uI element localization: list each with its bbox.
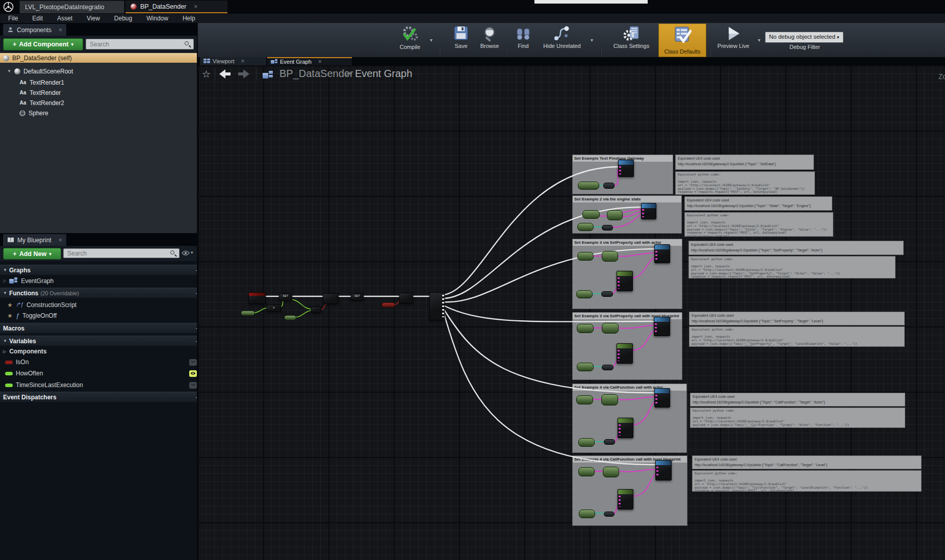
section-functions[interactable]: ▼ Functions (20 Overridable) +: [0, 288, 203, 298]
note-comment[interactable]: Equivalent UE4 code used http://localhos…: [675, 155, 814, 170]
code-comment[interactable]: Equivalent python code: import json, req…: [692, 470, 922, 492]
compile-options-caret[interactable]: ▾: [430, 37, 432, 43]
convert-node[interactable]: [602, 365, 614, 370]
add-new-button[interactable]: + Add New ▾: [3, 248, 61, 260]
hide-unrelated-button[interactable]: Hide Unrelated: [539, 26, 585, 49]
make-struct-node[interactable]: [618, 418, 633, 438]
menu-file[interactable]: File: [1, 14, 25, 23]
convert-node[interactable]: [602, 225, 613, 231]
component-row[interactable]: Aa TextRender1: [19, 78, 64, 87]
breadcrumb-root[interactable]: BP_DataSender: [279, 68, 353, 80]
variable-get-node[interactable]: [577, 324, 594, 333]
preview-live-button[interactable]: Preview Live: [714, 26, 753, 49]
convert-node[interactable]: [603, 183, 615, 189]
section-graphs[interactable]: ▼ Graphs +: [0, 265, 203, 275]
browse-button[interactable]: Browse: [475, 26, 504, 49]
menu-asset[interactable]: Asset: [50, 14, 80, 23]
convert-node[interactable]: [601, 291, 613, 297]
class-settings-button[interactable]: Class Settings: [610, 26, 653, 49]
variable-get-node[interactable]: [576, 290, 593, 298]
menu-edit[interactable]: Edit: [25, 14, 50, 23]
tab-viewport[interactable]: Viewport ×: [200, 57, 266, 65]
forward-arrow-icon[interactable]: [238, 69, 249, 79]
variable-get-node[interactable]: [607, 210, 623, 220]
chevron-down-icon[interactable]: ▾: [191, 250, 193, 255]
debug-object-dropdown[interactable]: No debug object selected ▾: [765, 32, 844, 43]
code-comment[interactable]: Equivalent python code: import json, req…: [684, 212, 833, 237]
back-arrow-icon[interactable]: [219, 69, 231, 79]
variable-get-node[interactable]: [582, 210, 600, 219]
expand-arrow-icon[interactable]: ▼: [7, 69, 11, 73]
branch-node[interactable]: [399, 293, 413, 303]
make-struct-node[interactable]: [617, 343, 633, 364]
preview-live-caret[interactable]: ▾: [758, 37, 760, 43]
tab-components[interactable]: Components ×: [3, 24, 66, 36]
menu-debug[interactable]: Debug: [107, 14, 139, 23]
note-comment[interactable]: Equivalent UE4 code used http://localhos…: [689, 312, 905, 325]
code-comment[interactable]: Equivalent python code: import json, req…: [690, 408, 905, 428]
sequence-node[interactable]: [429, 292, 445, 320]
bool-get-node[interactable]: [381, 302, 395, 308]
favorite-star-icon[interactable]: ★: [7, 301, 13, 309]
function-call-node[interactable]: [655, 460, 672, 480]
make-struct-node[interactable]: [618, 489, 633, 510]
row-variable-howoften[interactable]: HowOften: [2, 368, 200, 378]
row-eventgraph[interactable]: ▷ EventGraph: [0, 276, 200, 286]
code-comment[interactable]: Equivalent python code: import json, req…: [675, 171, 815, 195]
myblueprint-search-input[interactable]: [66, 249, 170, 258]
collapse-arrow-icon[interactable]: ▷: [3, 278, 6, 283]
close-icon[interactable]: ×: [194, 3, 197, 10]
variable-get-node[interactable]: [577, 223, 594, 231]
add-component-button[interactable]: + Add Component ▾: [3, 38, 83, 50]
menu-window[interactable]: Window: [139, 14, 175, 23]
row-components-group[interactable]: ▷ Components: [0, 347, 200, 356]
component-row[interactable]: Aa TextRender: [19, 88, 61, 97]
variable-get-node[interactable]: [577, 252, 594, 261]
branch-node[interactable]: [323, 293, 339, 304]
variable-get-node[interactable]: [579, 510, 595, 518]
section-event-dispatchers[interactable]: Event Dispatchers +: [0, 392, 203, 402]
menu-view[interactable]: View: [80, 14, 107, 23]
set-variable-node[interactable]: SET: [351, 293, 364, 300]
float-get-node[interactable]: [241, 311, 255, 316]
function-call-node[interactable]: [654, 388, 670, 408]
float-get-node[interactable]: [284, 315, 296, 320]
eye-open-icon[interactable]: [189, 370, 197, 377]
note-comment[interactable]: Equivalent UE4 code used http://localhos…: [684, 196, 832, 211]
component-row[interactable]: Sphere: [19, 109, 48, 117]
note-comment[interactable]: Equivalent UE4 code used http://localhos…: [690, 393, 905, 406]
make-struct-node[interactable]: [617, 271, 633, 291]
function-call-node[interactable]: [641, 203, 656, 219]
variable-get-node[interactable]: [576, 395, 593, 404]
variable-get-node[interactable]: [601, 394, 618, 405]
set-text-node[interactable]: [618, 160, 634, 177]
compile-button[interactable]: Compile: [392, 26, 428, 50]
component-row[interactable]: Aa TextRender2: [19, 98, 64, 107]
variable-get-node[interactable]: [578, 438, 595, 447]
component-row-self[interactable]: BP_DataSender (self): [0, 53, 203, 63]
row-variable-timesince[interactable]: TimeSinceLastExecution: [2, 380, 200, 390]
variable-get-node[interactable]: [578, 467, 595, 476]
save-button[interactable]: Save: [448, 26, 474, 49]
code-comment[interactable]: Equivalent python code: import json, req…: [688, 256, 896, 278]
event-tick-node[interactable]: [248, 292, 266, 304]
eye-closed-icon[interactable]: [189, 382, 197, 389]
function-call-node[interactable]: [654, 244, 670, 263]
components-search-input[interactable]: [89, 40, 185, 48]
favorite-star-icon[interactable]: ★: [7, 312, 13, 319]
variable-get-node[interactable]: [603, 467, 619, 477]
variable-get-node[interactable]: [577, 363, 594, 371]
add-node[interactable]: +: [267, 304, 281, 312]
menu-help[interactable]: Help: [175, 14, 202, 23]
asset-tab-bp-datasender[interactable]: BP_DataSender ×: [125, 1, 227, 13]
convert-node[interactable]: [604, 512, 615, 517]
section-variables[interactable]: ▼ Variables +: [0, 336, 203, 346]
close-icon[interactable]: ×: [318, 58, 322, 65]
row-toggleonoff[interactable]: ★ ƒ ToggleOnOff: [4, 311, 60, 320]
eye-filter-icon[interactable]: [182, 250, 190, 256]
variable-get-node[interactable]: [602, 323, 619, 334]
class-defaults-button[interactable]: Class Defaults: [658, 23, 706, 57]
event-graph-canvas[interactable]: ☆ BP_DataSender > Event Graph Zo Set Exa…: [198, 65, 945, 560]
section-macros[interactable]: Macros +: [0, 323, 203, 333]
note-comment[interactable]: Equivalent UE4 code used http://localhos…: [692, 455, 922, 469]
